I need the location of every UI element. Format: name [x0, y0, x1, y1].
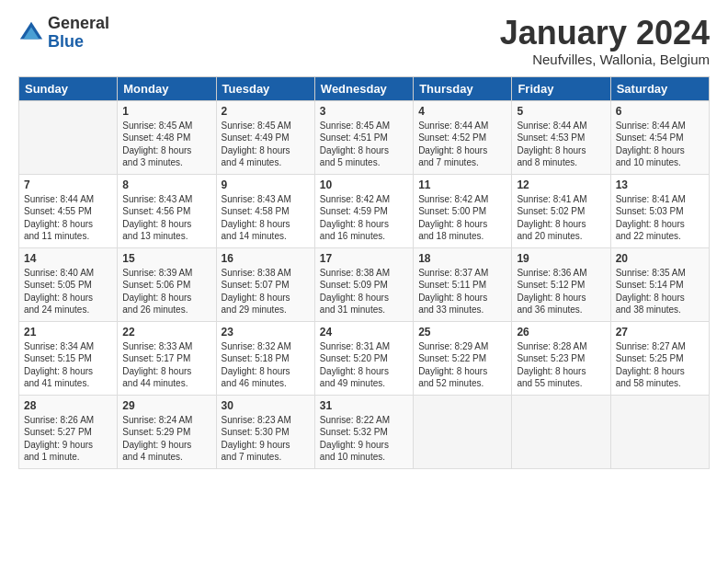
day-cell	[512, 395, 610, 468]
week-row-5: 28Sunrise: 8:26 AM Sunset: 5:27 PM Dayli…	[19, 395, 710, 468]
day-cell: 20Sunrise: 8:35 AM Sunset: 5:14 PM Dayli…	[610, 247, 709, 321]
day-info: Sunrise: 8:42 AM Sunset: 5:00 PM Dayligh…	[418, 193, 506, 243]
day-info: Sunrise: 8:29 AM Sunset: 5:22 PM Dayligh…	[418, 340, 506, 390]
day-number: 15	[122, 252, 210, 265]
day-info: Sunrise: 8:38 AM Sunset: 5:07 PM Dayligh…	[222, 267, 310, 316]
header-cell-friday: Friday	[512, 76, 610, 100]
logo: General Blue	[18, 15, 109, 52]
day-cell: 23Sunrise: 8:32 AM Sunset: 5:18 PM Dayli…	[216, 321, 314, 395]
day-number: 31	[320, 399, 408, 412]
day-cell: 11Sunrise: 8:42 AM Sunset: 5:00 PM Dayli…	[414, 174, 512, 247]
day-cell: 5Sunrise: 8:44 AM Sunset: 4:53 PM Daylig…	[512, 100, 610, 174]
day-cell: 9Sunrise: 8:43 AM Sunset: 4:58 PM Daylig…	[216, 174, 314, 247]
day-number: 16	[222, 252, 310, 265]
day-cell: 7Sunrise: 8:44 AM Sunset: 4:55 PM Daylig…	[19, 174, 118, 247]
day-cell: 18Sunrise: 8:37 AM Sunset: 5:11 PM Dayli…	[414, 247, 512, 321]
day-number: 18	[418, 252, 506, 265]
day-cell: 24Sunrise: 8:31 AM Sunset: 5:20 PM Dayli…	[314, 321, 413, 395]
week-row-4: 21Sunrise: 8:34 AM Sunset: 5:15 PM Dayli…	[19, 321, 710, 395]
day-number: 6	[616, 105, 704, 118]
calendar-table: SundayMondayTuesdayWednesdayThursdayFrid…	[18, 76, 710, 469]
day-cell: 30Sunrise: 8:23 AM Sunset: 5:30 PM Dayli…	[216, 395, 314, 468]
day-cell: 27Sunrise: 8:27 AM Sunset: 5:25 PM Dayli…	[610, 321, 709, 395]
week-row-2: 7Sunrise: 8:44 AM Sunset: 4:55 PM Daylig…	[19, 174, 710, 247]
day-number: 25	[418, 326, 506, 339]
day-info: Sunrise: 8:43 AM Sunset: 4:56 PM Dayligh…	[122, 193, 210, 243]
day-number: 19	[517, 252, 605, 265]
day-number: 30	[222, 399, 310, 412]
day-info: Sunrise: 8:27 AM Sunset: 5:25 PM Dayligh…	[616, 340, 704, 390]
day-number: 23	[222, 326, 310, 339]
day-info: Sunrise: 8:43 AM Sunset: 4:58 PM Dayligh…	[222, 193, 310, 243]
day-number: 7	[24, 178, 112, 191]
day-number: 27	[616, 326, 704, 339]
header: General Blue January 2024 Neufvilles, Wa…	[18, 15, 710, 67]
day-number: 10	[320, 178, 408, 191]
day-number: 13	[616, 178, 704, 191]
day-info: Sunrise: 8:31 AM Sunset: 5:20 PM Dayligh…	[320, 340, 408, 390]
day-number: 3	[320, 105, 408, 118]
day-cell	[19, 100, 118, 174]
day-number: 20	[616, 252, 704, 265]
day-info: Sunrise: 8:34 AM Sunset: 5:15 PM Dayligh…	[24, 340, 112, 390]
day-cell: 14Sunrise: 8:40 AM Sunset: 5:05 PM Dayli…	[19, 247, 118, 321]
day-info: Sunrise: 8:22 AM Sunset: 5:32 PM Dayligh…	[320, 414, 408, 464]
day-number: 28	[24, 399, 112, 412]
day-cell: 31Sunrise: 8:22 AM Sunset: 5:32 PM Dayli…	[314, 395, 413, 468]
logo-icon	[18, 20, 44, 46]
day-number: 24	[320, 326, 408, 339]
logo-text: General Blue	[48, 15, 109, 52]
day-cell: 12Sunrise: 8:41 AM Sunset: 5:02 PM Dayli…	[512, 174, 610, 247]
title-area: January 2024 Neufvilles, Wallonia, Belgi…	[500, 15, 710, 67]
day-info: Sunrise: 8:23 AM Sunset: 5:30 PM Dayligh…	[222, 414, 310, 464]
calendar-header: SundayMondayTuesdayWednesdayThursdayFrid…	[19, 76, 710, 100]
day-info: Sunrise: 8:36 AM Sunset: 5:12 PM Dayligh…	[517, 267, 605, 316]
header-cell-tuesday: Tuesday	[216, 76, 314, 100]
day-info: Sunrise: 8:37 AM Sunset: 5:11 PM Dayligh…	[418, 267, 506, 316]
day-info: Sunrise: 8:38 AM Sunset: 5:09 PM Dayligh…	[320, 267, 408, 316]
day-cell: 15Sunrise: 8:39 AM Sunset: 5:06 PM Dayli…	[118, 247, 216, 321]
day-cell: 29Sunrise: 8:24 AM Sunset: 5:29 PM Dayli…	[118, 395, 216, 468]
day-cell: 17Sunrise: 8:38 AM Sunset: 5:09 PM Dayli…	[314, 247, 413, 321]
day-cell: 16Sunrise: 8:38 AM Sunset: 5:07 PM Dayli…	[216, 247, 314, 321]
day-info: Sunrise: 8:32 AM Sunset: 5:18 PM Dayligh…	[222, 340, 310, 390]
day-cell: 22Sunrise: 8:33 AM Sunset: 5:17 PM Dayli…	[118, 321, 216, 395]
day-info: Sunrise: 8:44 AM Sunset: 4:54 PM Dayligh…	[616, 120, 704, 169]
day-cell: 2Sunrise: 8:45 AM Sunset: 4:49 PM Daylig…	[216, 100, 314, 174]
day-cell	[610, 395, 709, 468]
day-info: Sunrise: 8:41 AM Sunset: 5:02 PM Dayligh…	[517, 193, 605, 243]
day-cell: 28Sunrise: 8:26 AM Sunset: 5:27 PM Dayli…	[19, 395, 118, 468]
day-info: Sunrise: 8:42 AM Sunset: 4:59 PM Dayligh…	[320, 193, 408, 243]
day-info: Sunrise: 8:24 AM Sunset: 5:29 PM Dayligh…	[122, 414, 210, 464]
day-number: 17	[320, 252, 408, 265]
day-number: 9	[222, 178, 310, 191]
day-info: Sunrise: 8:39 AM Sunset: 5:06 PM Dayligh…	[122, 267, 210, 316]
day-number: 5	[517, 105, 605, 118]
day-number: 26	[517, 326, 605, 339]
week-row-3: 14Sunrise: 8:40 AM Sunset: 5:05 PM Dayli…	[19, 247, 710, 321]
day-number: 12	[517, 178, 605, 191]
day-info: Sunrise: 8:44 AM Sunset: 4:55 PM Dayligh…	[24, 193, 112, 243]
calendar-subtitle: Neufvilles, Wallonia, Belgium	[500, 52, 710, 67]
header-row: SundayMondayTuesdayWednesdayThursdayFrid…	[19, 76, 710, 100]
day-number: 8	[122, 178, 210, 191]
day-cell	[414, 395, 512, 468]
day-cell: 19Sunrise: 8:36 AM Sunset: 5:12 PM Dayli…	[512, 247, 610, 321]
day-number: 21	[24, 326, 112, 339]
header-cell-wednesday: Wednesday	[314, 76, 413, 100]
day-cell: 8Sunrise: 8:43 AM Sunset: 4:56 PM Daylig…	[118, 174, 216, 247]
day-info: Sunrise: 8:33 AM Sunset: 5:17 PM Dayligh…	[122, 340, 210, 390]
day-cell: 6Sunrise: 8:44 AM Sunset: 4:54 PM Daylig…	[610, 100, 709, 174]
header-cell-monday: Monday	[118, 76, 216, 100]
day-cell: 10Sunrise: 8:42 AM Sunset: 4:59 PM Dayli…	[314, 174, 413, 247]
day-info: Sunrise: 8:35 AM Sunset: 5:14 PM Dayligh…	[616, 267, 704, 316]
day-info: Sunrise: 8:41 AM Sunset: 5:03 PM Dayligh…	[616, 193, 704, 243]
day-info: Sunrise: 8:26 AM Sunset: 5:27 PM Dayligh…	[24, 414, 112, 464]
day-number: 4	[418, 105, 506, 118]
day-cell: 1Sunrise: 8:45 AM Sunset: 4:48 PM Daylig…	[118, 100, 216, 174]
day-info: Sunrise: 8:45 AM Sunset: 4:51 PM Dayligh…	[320, 120, 408, 169]
calendar-container: General Blue January 2024 Neufvilles, Wa…	[0, 0, 728, 478]
day-number: 22	[122, 326, 210, 339]
day-cell: 21Sunrise: 8:34 AM Sunset: 5:15 PM Dayli…	[19, 321, 118, 395]
day-cell: 26Sunrise: 8:28 AM Sunset: 5:23 PM Dayli…	[512, 321, 610, 395]
